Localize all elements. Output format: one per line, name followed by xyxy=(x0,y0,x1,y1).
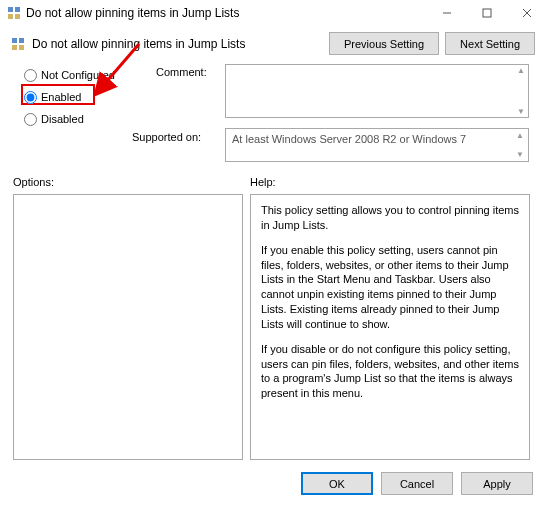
svg-rect-10 xyxy=(12,45,17,50)
radio-enabled-input[interactable] xyxy=(24,91,37,104)
cancel-button[interactable]: Cancel xyxy=(381,472,453,495)
window-controls xyxy=(427,0,547,26)
help-panel: This policy setting allows you to contro… xyxy=(250,194,530,460)
options-label: Options: xyxy=(13,176,54,188)
policy-icon xyxy=(10,36,26,52)
maximize-button[interactable] xyxy=(467,0,507,26)
supported-on-label: Supported on: xyxy=(132,131,201,143)
app-icon xyxy=(6,5,22,21)
comment-scrollbar[interactable]: ▲ ▼ xyxy=(513,64,529,118)
comment-textarea[interactable] xyxy=(225,64,529,118)
scroll-down-icon: ▼ xyxy=(516,150,524,159)
close-button[interactable] xyxy=(507,0,547,26)
header-row: Do not allow pinning items in Jump Lists… xyxy=(0,26,547,59)
supported-on-box: At least Windows Server 2008 R2 or Windo… xyxy=(225,128,529,162)
radio-enabled-label: Enabled xyxy=(41,91,81,103)
window-title: Do not allow pinning items in Jump Lists xyxy=(26,6,239,20)
scroll-down-icon: ▼ xyxy=(517,107,525,116)
minimize-button[interactable] xyxy=(427,0,467,26)
radio-disabled-input[interactable] xyxy=(24,113,37,126)
supported-scrollbar[interactable]: ▲ ▼ xyxy=(512,129,528,161)
svg-rect-9 xyxy=(19,38,24,43)
svg-rect-5 xyxy=(483,9,491,17)
titlebar: Do not allow pinning items in Jump Lists xyxy=(0,0,547,26)
options-panel xyxy=(13,194,243,460)
radio-disabled-label: Disabled xyxy=(41,113,84,125)
previous-setting-button[interactable]: Previous Setting xyxy=(329,32,439,55)
svg-rect-0 xyxy=(8,7,13,12)
ok-button[interactable]: OK xyxy=(301,472,373,495)
scroll-up-icon: ▲ xyxy=(516,131,524,140)
svg-rect-2 xyxy=(8,14,13,19)
svg-rect-1 xyxy=(15,7,20,12)
svg-rect-3 xyxy=(15,14,20,19)
help-paragraph: If you enable this policy setting, users… xyxy=(261,243,519,332)
radio-not-configured-input[interactable] xyxy=(24,69,37,82)
apply-button[interactable]: Apply xyxy=(461,472,533,495)
svg-rect-8 xyxy=(12,38,17,43)
next-setting-button[interactable]: Next Setting xyxy=(445,32,535,55)
dialog-buttons: OK Cancel Apply xyxy=(301,472,533,495)
svg-rect-11 xyxy=(19,45,24,50)
help-paragraph: This policy setting allows you to contro… xyxy=(261,203,519,233)
radio-disabled[interactable]: Disabled xyxy=(24,108,115,130)
svg-line-12 xyxy=(101,44,139,88)
scroll-up-icon: ▲ xyxy=(517,66,525,75)
annotation-arrow-icon xyxy=(95,40,145,96)
comment-label: Comment: xyxy=(156,66,207,78)
supported-on-text: At least Windows Server 2008 R2 or Windo… xyxy=(232,133,466,145)
help-label: Help: xyxy=(250,176,276,188)
help-paragraph: If you disable or do not configure this … xyxy=(261,342,519,401)
